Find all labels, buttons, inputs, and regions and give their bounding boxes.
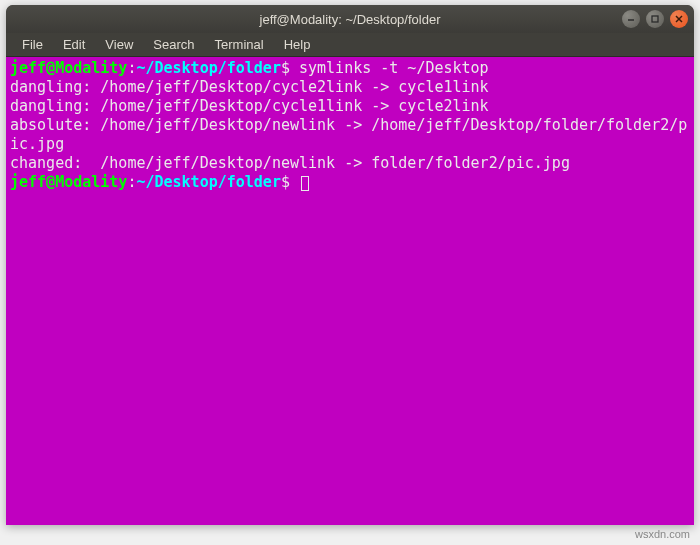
close-icon (674, 14, 684, 24)
prompt-sep2: $ (281, 59, 290, 77)
output-line: absolute: /home/jeff/Desktop/newlink -> … (10, 116, 687, 153)
maximize-icon (650, 14, 660, 24)
window-title: jeff@Modality: ~/Desktop/folder (6, 12, 694, 27)
window-controls (622, 10, 688, 28)
output-line: dangling: /home/jeff/Desktop/cycle1link … (10, 97, 489, 115)
prompt-path: ~/Desktop/folder (136, 173, 281, 191)
prompt-sep2: $ (281, 173, 290, 191)
minimize-button[interactable] (622, 10, 640, 28)
close-button[interactable] (670, 10, 688, 28)
menu-view[interactable]: View (95, 34, 143, 55)
menu-edit[interactable]: Edit (53, 34, 95, 55)
prompt-path: ~/Desktop/folder (136, 59, 281, 77)
menu-help[interactable]: Help (274, 34, 321, 55)
terminal-window: jeff@Modality: ~/Desktop/folder File Edi… (6, 5, 694, 525)
menu-file[interactable]: File (12, 34, 53, 55)
titlebar[interactable]: jeff@Modality: ~/Desktop/folder (6, 5, 694, 33)
menu-search[interactable]: Search (143, 34, 204, 55)
prompt-user-host: jeff@Modality (10, 59, 127, 77)
command-text: symlinks -t ~/Desktop (299, 59, 489, 77)
terminal-area[interactable]: jeff@Modality:~/Desktop/folder$ symlinks… (6, 57, 694, 525)
minimize-icon (626, 14, 636, 24)
maximize-button[interactable] (646, 10, 664, 28)
output-line: dangling: /home/jeff/Desktop/cycle2link … (10, 78, 489, 96)
cursor (301, 176, 309, 191)
prompt-user-host: jeff@Modality (10, 173, 127, 191)
output-line: changed: /home/jeff/Desktop/newlink -> f… (10, 154, 570, 172)
menu-terminal[interactable]: Terminal (205, 34, 274, 55)
menubar: File Edit View Search Terminal Help (6, 33, 694, 57)
watermark: wsxdn.com (635, 528, 690, 540)
svg-rect-1 (652, 16, 658, 22)
